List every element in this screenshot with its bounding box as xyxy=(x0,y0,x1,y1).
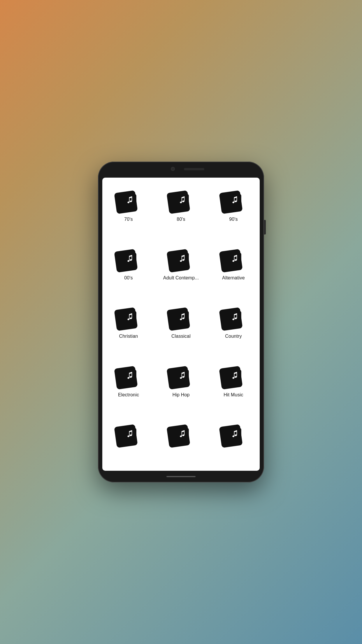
genre-icon-christian xyxy=(115,303,142,330)
genre-icon-electronic xyxy=(115,362,142,388)
svg-rect-11 xyxy=(230,370,241,381)
genre-label-90s: 90's xyxy=(229,217,238,222)
phone-bottom-bar xyxy=(98,471,264,482)
music-note-icon xyxy=(225,365,246,386)
music-note-icon xyxy=(173,248,194,269)
genre-label-00s: 00's xyxy=(124,275,133,281)
genre-item-hit-music[interactable]: Hit Music xyxy=(207,356,260,415)
music-note-icon xyxy=(225,306,246,327)
genre-icon-adult-contemporary xyxy=(168,245,194,271)
genre-item-00s[interactable]: 00's xyxy=(102,239,155,298)
svg-rect-4 xyxy=(177,253,189,264)
genre-label-hip-hop: Hip Hop xyxy=(172,392,189,398)
music-note-icon xyxy=(173,306,194,327)
genre-icon-country xyxy=(220,303,247,330)
genre-item-hip-hop[interactable]: Hip Hop xyxy=(155,356,207,415)
genre-label-country: Country xyxy=(225,334,242,339)
svg-rect-1 xyxy=(177,194,189,206)
genre-item-90s[interactable]: 90's xyxy=(207,181,260,239)
music-note-icon xyxy=(225,423,246,444)
music-note-icon xyxy=(225,248,246,269)
music-note-icon xyxy=(173,365,194,386)
music-note-icon xyxy=(173,189,194,210)
genre-label-christian: Christian xyxy=(119,334,138,339)
phone-volume-button xyxy=(264,220,266,235)
svg-rect-6 xyxy=(125,311,136,323)
genre-item-genre-15[interactable] xyxy=(207,414,260,468)
music-note-icon xyxy=(120,248,141,269)
genre-item-alternative[interactable]: Alternative xyxy=(207,239,260,298)
phone-speaker xyxy=(184,168,204,170)
phone-camera xyxy=(171,167,175,171)
genre-item-christian[interactable]: Christian xyxy=(102,298,155,356)
genre-item-country[interactable]: Country xyxy=(207,298,260,356)
genre-icon-genre-14 xyxy=(168,420,194,447)
genre-item-70s[interactable]: 70's xyxy=(102,181,155,239)
genre-icon-classical xyxy=(168,303,194,330)
genre-icon-00s xyxy=(115,245,142,271)
svg-rect-2 xyxy=(230,194,241,206)
genre-item-genre-13[interactable] xyxy=(102,414,155,468)
genre-icon-genre-15 xyxy=(220,420,247,447)
genre-label-hit-music: Hit Music xyxy=(224,392,243,398)
genre-label-alternative: Alternative xyxy=(222,275,245,281)
genre-label-70s: 70's xyxy=(124,217,133,222)
svg-rect-3 xyxy=(125,253,136,264)
genre-label-adult-contemporary: Adult Contemp... xyxy=(163,275,199,281)
genre-icon-alternative xyxy=(220,245,247,271)
svg-rect-8 xyxy=(230,311,241,323)
svg-rect-13 xyxy=(177,428,189,440)
genre-item-classical[interactable]: Classical xyxy=(155,298,207,356)
svg-rect-5 xyxy=(230,253,241,264)
phone-device: 70's 80's xyxy=(98,162,264,482)
music-note-icon xyxy=(173,423,194,444)
genre-icon-80s xyxy=(168,186,194,213)
svg-rect-12 xyxy=(125,428,136,440)
svg-rect-9 xyxy=(125,370,136,381)
svg-rect-10 xyxy=(177,370,189,381)
phone-screen: 70's 80's xyxy=(102,178,260,471)
music-note-icon xyxy=(225,189,246,210)
genre-icon-hip-hop xyxy=(168,362,194,388)
genre-label-electronic: Electronic xyxy=(118,392,139,398)
music-note-icon xyxy=(120,365,141,386)
home-indicator xyxy=(166,476,196,477)
genre-item-80s[interactable]: 80's xyxy=(155,181,207,239)
music-note-icon xyxy=(120,423,141,444)
svg-rect-0 xyxy=(125,194,136,206)
genre-item-electronic[interactable]: Electronic xyxy=(102,356,155,415)
genre-item-genre-14[interactable] xyxy=(155,414,207,468)
genre-label-classical: Classical xyxy=(171,334,191,339)
svg-rect-14 xyxy=(230,428,241,440)
genre-icon-hit-music xyxy=(220,362,247,388)
music-note-icon xyxy=(120,189,141,210)
genre-grid: 70's 80's xyxy=(102,178,260,471)
genre-icon-90s xyxy=(220,186,247,213)
svg-rect-7 xyxy=(177,311,189,323)
music-note-icon xyxy=(120,306,141,327)
genre-icon-genre-13 xyxy=(115,420,142,447)
phone-top-bar xyxy=(98,162,264,178)
genre-label-80s: 80's xyxy=(177,217,185,222)
genre-item-adult-contemporary[interactable]: Adult Contemp... xyxy=(155,239,207,298)
genre-icon-70s xyxy=(115,186,142,213)
